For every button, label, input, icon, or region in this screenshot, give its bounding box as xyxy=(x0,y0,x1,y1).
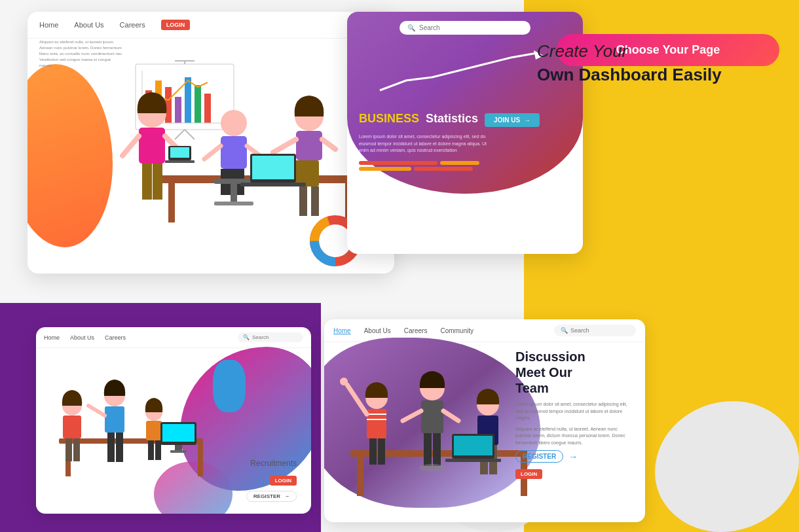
svg-rect-54 xyxy=(63,416,81,438)
svg-rect-64 xyxy=(148,440,154,460)
svg-rect-15 xyxy=(168,183,175,222)
br-search-icon: 🔍 xyxy=(561,327,568,334)
br-register-button[interactable]: REGISTER xyxy=(515,450,563,463)
top-nav-home[interactable]: Home xyxy=(39,21,58,29)
svg-rect-67 xyxy=(162,424,195,442)
svg-rect-78 xyxy=(378,438,385,465)
svg-point-48 xyxy=(322,228,348,254)
br-search[interactable]: 🔍 xyxy=(554,325,636,336)
svg-rect-58 xyxy=(105,406,124,433)
svg-rect-20 xyxy=(153,164,162,200)
svg-rect-84 xyxy=(433,433,441,466)
join-us-button[interactable]: JOIN US → xyxy=(485,113,540,127)
top-nav-careers[interactable]: Careers xyxy=(120,21,145,29)
bl-register-button[interactable]: REGISTER → xyxy=(246,491,297,502)
tagline: Create Your Own Dashboard Easily xyxy=(537,39,760,87)
disc-lorem2: Aliquam ac eleifend nulla, ut laoreet. A… xyxy=(515,426,633,447)
svg-rect-83 xyxy=(424,433,432,466)
svg-line-86 xyxy=(443,411,458,421)
card-top: Home About Us Careers LOGIN Aliquam ac e… xyxy=(28,12,394,274)
stats-search[interactable]: 🔍 xyxy=(400,21,530,35)
br-nav-careers[interactable]: Careers xyxy=(404,327,428,334)
svg-rect-93 xyxy=(445,459,501,462)
tagline-italic: Create Your xyxy=(537,41,627,61)
svg-rect-25 xyxy=(165,160,195,163)
svg-rect-44 xyxy=(240,183,306,186)
svg-line-61 xyxy=(88,406,105,416)
svg-rect-92 xyxy=(454,436,492,455)
svg-rect-32 xyxy=(214,202,253,205)
bl-search-input[interactable] xyxy=(252,334,298,340)
svg-rect-19 xyxy=(142,164,152,200)
br-register-arrow: → xyxy=(568,452,578,462)
people-bl-illustration xyxy=(39,347,236,504)
svg-rect-55 xyxy=(65,438,72,461)
bl-nav-home[interactable]: Home xyxy=(44,334,60,341)
svg-point-26 xyxy=(221,110,247,136)
svg-line-85 xyxy=(403,411,421,421)
search-icon: 🔍 xyxy=(407,24,415,31)
disc-lorem1: Lorem ipsum dolor sit amet, consectetur … xyxy=(515,401,633,422)
svg-point-80 xyxy=(340,378,348,385)
business-label: BUSINESS xyxy=(359,112,419,126)
people-br-illustration xyxy=(331,336,534,512)
top-nav-login[interactable]: LOGIN xyxy=(161,20,191,30)
br-nav-about[interactable]: About Us xyxy=(364,327,391,334)
br-search-input[interactable] xyxy=(570,327,629,334)
svg-rect-59 xyxy=(107,433,115,462)
svg-point-94 xyxy=(419,464,445,472)
svg-rect-52 xyxy=(198,444,203,476)
svg-rect-71 xyxy=(357,457,363,496)
svg-line-33 xyxy=(204,146,221,159)
svg-rect-43 xyxy=(252,156,294,179)
svg-rect-69 xyxy=(170,450,187,453)
svg-rect-65 xyxy=(155,440,161,460)
svg-rect-39 xyxy=(311,186,319,216)
svg-rect-77 xyxy=(369,438,377,465)
tagline-bold: Own Dashboard Easily xyxy=(537,65,722,84)
bl-login-badge[interactable]: LOGIN xyxy=(270,476,297,486)
br-nav-home[interactable]: Home xyxy=(333,327,351,334)
card-bottom-left: Home About Us Careers 🔍 xyxy=(36,327,311,514)
statistics-label: Statistics xyxy=(426,112,478,126)
br-login-badge[interactable]: LOGIN xyxy=(515,469,542,479)
svg-rect-31 xyxy=(231,184,237,204)
discussion-title: Discussion Meet Our Team xyxy=(515,349,633,396)
br-text-area: Discussion Meet Our Team Lorem ipsum dol… xyxy=(515,349,633,479)
stats-lorem: Lorem ipsum dolor sit amet, consectetur … xyxy=(359,133,490,154)
br-register-row: REGISTER → xyxy=(515,450,633,463)
svg-rect-24 xyxy=(170,147,189,158)
svg-rect-18 xyxy=(139,128,165,164)
svg-rect-38 xyxy=(299,186,307,216)
recruitments-label: Recruitments xyxy=(246,459,297,468)
svg-line-21 xyxy=(122,136,139,156)
bl-search-icon: 🔍 xyxy=(243,334,250,340)
svg-rect-36 xyxy=(296,131,322,160)
svg-line-41 xyxy=(322,139,335,149)
svg-rect-60 xyxy=(116,433,123,462)
svg-rect-27 xyxy=(221,136,247,169)
svg-rect-63 xyxy=(146,421,162,440)
card-bottom-right: Home About Us Careers Community 🔍 xyxy=(324,319,645,522)
svg-rect-74 xyxy=(367,409,386,438)
card-top-nav: Home About Us Careers LOGIN xyxy=(28,12,394,39)
svg-line-79 xyxy=(347,385,367,414)
people-top-illustration xyxy=(93,48,375,270)
svg-rect-68 xyxy=(175,445,182,450)
stats-bar-chart xyxy=(359,161,571,171)
stats-search-input[interactable] xyxy=(419,24,523,31)
right-panel: Create Your Own Dashboard Easily Choose … xyxy=(557,20,779,66)
br-nav-community[interactable]: Community xyxy=(440,327,474,334)
bl-nav: Home About Us Careers 🔍 xyxy=(36,327,311,348)
bl-nav-about[interactable]: About Us xyxy=(70,334,94,341)
top-nav-about[interactable]: About Us xyxy=(74,21,103,29)
svg-rect-82 xyxy=(421,400,443,433)
bl-search[interactable]: 🔍 xyxy=(238,332,303,342)
bl-nav-careers[interactable]: Careers xyxy=(105,334,126,341)
svg-line-40 xyxy=(273,139,296,152)
svg-rect-56 xyxy=(73,438,80,461)
bl-content: Recruitments LOGIN REGISTER → xyxy=(246,459,297,502)
